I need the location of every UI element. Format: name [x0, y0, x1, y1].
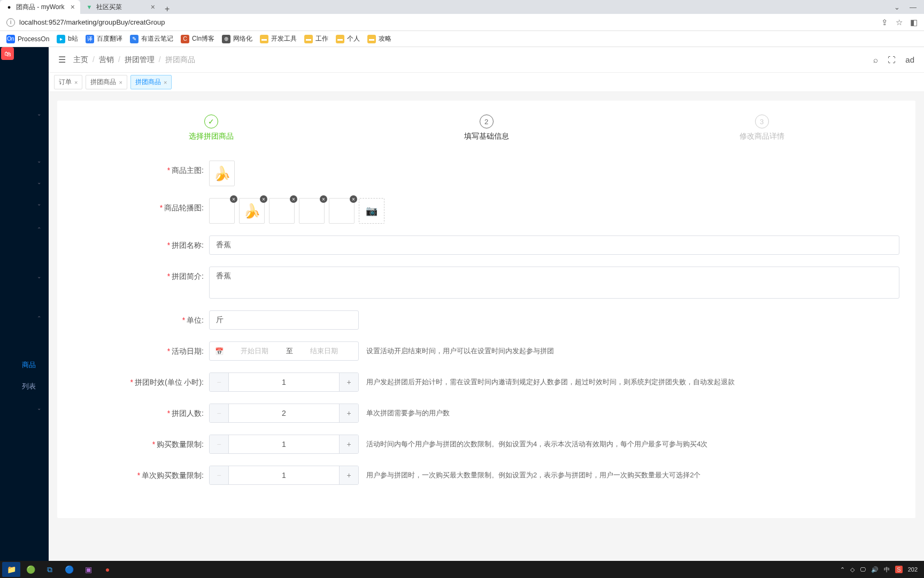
new-tab-button[interactable]: +: [160, 4, 174, 14]
crumb[interactable]: 拼团管理: [125, 55, 155, 65]
bookmark-item[interactable]: ▬攻略: [367, 34, 391, 43]
camera-icon: 📷: [366, 205, 378, 217]
delete-icon[interactable]: ×: [260, 195, 267, 203]
check-icon: ✓: [204, 115, 218, 128]
share-icon[interactable]: ⇪: [881, 18, 888, 27]
buy-limit-stepper[interactable]: − 1 +: [209, 435, 359, 454]
bookmark-item[interactable]: 译百度翻译: [86, 34, 122, 43]
bookmark-item[interactable]: OnProcessOn: [6, 35, 49, 43]
bookmark-item[interactable]: CCln博客: [181, 34, 214, 43]
carousel-image[interactable]: ×: [209, 198, 235, 224]
people-stepper[interactable]: − 2 +: [209, 404, 359, 423]
address-bar: i localhost:9527/marketing/groupBuy/crea…: [0, 14, 924, 31]
folder-icon: ▬: [260, 35, 268, 43]
minus-button[interactable]: −: [210, 435, 229, 453]
sidebar-item[interactable]: ⌃: [0, 218, 49, 240]
sidebar-item[interactable]: ⌄: [0, 397, 49, 419]
carousel-image[interactable]: ×: [299, 198, 325, 224]
bookmark-item[interactable]: ✎有道云笔记: [130, 34, 173, 43]
minus-button[interactable]: −: [210, 373, 229, 391]
page-tab-active[interactable]: 拼团商品×: [130, 75, 172, 89]
menu-collapse-icon[interactable]: ☰: [58, 55, 66, 65]
crumb[interactable]: 营销: [99, 55, 114, 65]
unit-input[interactable]: [209, 310, 359, 330]
star-icon[interactable]: ☆: [896, 18, 903, 27]
bookmark-icon: C: [181, 35, 189, 43]
timeout-stepper[interactable]: − 1 +: [209, 372, 359, 392]
sidebar-item[interactable]: ⌄: [0, 103, 49, 124]
step-current: 2 填写基础信息: [464, 115, 509, 141]
label-name: 拼团名称:: [172, 241, 204, 249]
sidebar-item[interactable]: ⌄: [0, 150, 49, 171]
label-main-img: 商品主图:: [172, 166, 204, 174]
main-image[interactable]: 🍌: [209, 161, 235, 186]
app-logo[interactable]: 🛍: [1, 47, 14, 60]
hint-text: 活动时间内每个用户参与拼团的次数限制。例如设置为4，表示本次活动有效期内，每个用…: [366, 435, 707, 454]
crumb-current: 拼团商品: [165, 55, 195, 65]
user-name[interactable]: ad: [905, 55, 914, 64]
site-info-icon[interactable]: i: [6, 18, 15, 27]
carousel-image[interactable]: ×: [329, 198, 355, 224]
tab-title: 团商品 - myWork: [16, 3, 67, 12]
minus-button[interactable]: −: [210, 466, 229, 484]
page-tab[interactable]: 订单×: [54, 75, 82, 89]
window-controls: ⌄ —: [887, 0, 924, 14]
label-unit: 单位:: [187, 316, 204, 324]
label-date: 活动日期:: [172, 347, 204, 355]
sidebar-item[interactable]: ⌄: [0, 265, 49, 287]
form-card: ✓ 选择拼团商品 2 填写基础信息 3 修改商品详情 *商品主图:: [57, 101, 915, 518]
chevron-down-icon[interactable]: ⌄: [894, 3, 900, 11]
browser-tab[interactable]: ▼ 社区买菜 ×: [80, 0, 160, 14]
chevron-down-icon: ⌄: [37, 179, 41, 185]
plus-button[interactable]: +: [339, 373, 358, 391]
intro-textarea[interactable]: [209, 267, 899, 299]
plus-button[interactable]: +: [339, 404, 358, 422]
close-icon[interactable]: ×: [164, 79, 167, 86]
minimize-icon[interactable]: —: [910, 3, 917, 11]
bookmark-item[interactable]: ▸b站: [57, 34, 78, 43]
delete-icon[interactable]: ×: [320, 195, 327, 203]
add-image-button[interactable]: 📷: [359, 198, 384, 224]
crumb[interactable]: 主页: [73, 55, 88, 65]
page-tab[interactable]: 拼团商品×: [86, 75, 127, 89]
close-icon[interactable]: ×: [119, 79, 122, 86]
bookmark-item[interactable]: ▬工作: [304, 34, 328, 43]
name-input[interactable]: [209, 235, 899, 255]
browser-tab-active[interactable]: ● 团商品 - myWork ×: [0, 0, 80, 14]
sidebar-item-product[interactable]: 商品: [0, 354, 49, 376]
sidebar-item[interactable]: ⌃: [0, 307, 49, 329]
sidebar-item[interactable]: ⌄: [0, 193, 49, 214]
fullscreen-icon[interactable]: ⛶: [888, 55, 896, 64]
hint-text: 用户参与拼团时，一次购买最大数量限制。例如设置为2，表示参与拼团时，用户一次购买…: [366, 466, 700, 485]
step-number-icon: 3: [755, 115, 769, 128]
breadcrumb: 主页/ 营销/ 拼团管理/ 拼团商品: [73, 55, 195, 65]
search-icon[interactable]: ⌕: [873, 55, 878, 64]
delete-icon[interactable]: ×: [230, 195, 237, 203]
bookmark-item[interactable]: ▬个人: [336, 34, 360, 43]
bookmark-item[interactable]: ⊕网络化: [222, 34, 252, 43]
url-text[interactable]: localhost:9527/marketing/groupBuy/creatG…: [19, 18, 877, 26]
carousel-image[interactable]: 🍌×: [239, 198, 265, 224]
close-icon[interactable]: ×: [74, 79, 78, 86]
minus-button[interactable]: −: [210, 404, 229, 422]
calendar-icon: 📅: [215, 347, 224, 355]
date-range-picker[interactable]: 📅 开始日期 至 结束日期: [209, 341, 359, 361]
banana-icon: 🍌: [213, 165, 230, 182]
bookmark-item[interactable]: ▬开发工具: [260, 34, 297, 43]
browser-tab-bar: ● 团商品 - myWork × ▼ 社区买菜 × + ⌄ —: [0, 0, 924, 14]
ext-icon[interactable]: ◧: [910, 18, 918, 27]
tab-favicon: ▼: [86, 3, 93, 11]
single-limit-stepper[interactable]: − 1 +: [209, 466, 359, 485]
delete-icon[interactable]: ×: [290, 195, 297, 203]
delete-icon[interactable]: ×: [350, 195, 357, 203]
chevron-up-icon: ⌃: [37, 315, 41, 321]
tab-favicon: ●: [5, 3, 13, 11]
sidebar-item-list[interactable]: 列表: [0, 376, 49, 397]
label-buy-limit: 购买数量限制:: [157, 440, 204, 448]
sidebar-item[interactable]: ⌄: [0, 171, 49, 193]
plus-button[interactable]: +: [339, 466, 358, 484]
carousel-image[interactable]: ×: [269, 198, 295, 224]
tab-close-icon[interactable]: ×: [151, 3, 155, 11]
tab-close-icon[interactable]: ×: [71, 3, 75, 11]
plus-button[interactable]: +: [339, 435, 358, 453]
